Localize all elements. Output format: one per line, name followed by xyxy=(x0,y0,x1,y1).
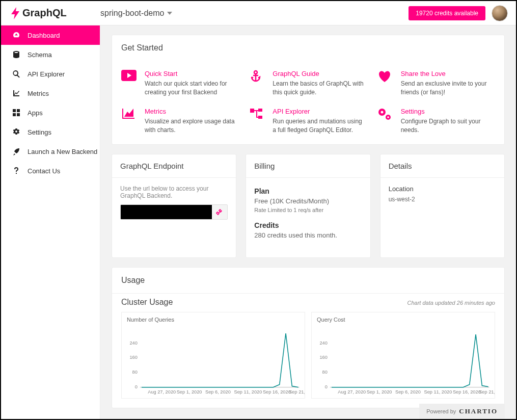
plan-note: Rate Limited to 1 req/s after xyxy=(254,207,362,213)
endpoint-copy-button[interactable] xyxy=(212,205,227,219)
gears-icon xyxy=(12,128,20,136)
sidebar-item-label: Schema xyxy=(28,51,52,59)
gs-guide[interactable]: GraphQL GuideLearn the basics of GraphQL… xyxy=(249,70,367,97)
svg-point-5 xyxy=(254,71,257,74)
chart-area-icon xyxy=(121,108,138,124)
main-content: Get Started Quick StartWatch our quick s… xyxy=(100,25,516,419)
gs-title: Metrics xyxy=(145,108,239,115)
credits-pill[interactable]: 19720 credits available xyxy=(409,6,485,20)
details-panel: Details Location us-west-2 xyxy=(380,154,505,258)
svg-text:240: 240 xyxy=(129,340,137,345)
endpoint-panel: GraphQL Endpoint Use the url below to ac… xyxy=(112,154,236,258)
brand-text: GraphQL xyxy=(22,7,67,19)
svg-text:0: 0 xyxy=(325,384,328,389)
sidebar-item-metrics[interactable]: Metrics xyxy=(1,84,100,103)
topbar: GraphQL spring-boot-demo 19720 credits a… xyxy=(1,1,516,25)
project-name: spring-boot-demo xyxy=(100,9,164,18)
project-switcher[interactable]: spring-boot-demo xyxy=(100,9,172,18)
gs-title: Quick Start xyxy=(145,70,239,77)
chart-line-icon xyxy=(12,89,20,97)
gauge-icon xyxy=(12,31,20,39)
sidebar-item-label: Launch a New Backend xyxy=(28,148,97,155)
endpoint-help: Use the url below to access your GraphQL… xyxy=(120,185,228,199)
sidebar-item-label: API Explorer xyxy=(28,70,65,78)
sidebar-item-label: Apps xyxy=(28,109,43,117)
svg-text:Sep 11, 2020: Sep 11, 2020 xyxy=(424,389,452,395)
chart-number-of-queries: Number of Queries 0 80 160 240 Aug 27, 2… xyxy=(121,312,305,399)
plan-value: Free (10K Credits/Month) xyxy=(254,197,362,205)
billing-panel: Billing Plan Free (10K Credits/Month) Ra… xyxy=(246,154,370,258)
location-value: us-west-2 xyxy=(389,196,496,203)
sidebar-item-launch[interactable]: Launch a New Backend xyxy=(1,142,100,161)
sidebar-item-schema[interactable]: Schema xyxy=(1,45,100,64)
credits-text: 19720 credits available xyxy=(416,10,478,17)
svg-text:Aug 27, 2020: Aug 27, 2020 xyxy=(338,389,366,395)
play-video-icon xyxy=(121,70,138,86)
plan-label: Plan xyxy=(254,187,362,195)
get-started-card: Get Started Quick StartWatch our quick s… xyxy=(112,35,505,145)
powered-by-brand: CHARTIO xyxy=(459,407,498,415)
sidebar: Dashboard Schema API Explorer Metrics Ap… xyxy=(1,25,100,419)
caret-down-icon xyxy=(167,12,172,15)
svg-text:Sep 1, 2020: Sep 1, 2020 xyxy=(367,389,392,395)
svg-text:160: 160 xyxy=(129,355,137,360)
location-label: Location xyxy=(389,185,496,193)
sidebar-item-settings[interactable]: Settings xyxy=(1,122,100,142)
diagram-icon xyxy=(249,108,265,124)
bolt-icon xyxy=(10,7,20,19)
svg-rect-6 xyxy=(250,109,254,113)
database-icon xyxy=(12,50,20,59)
chart-svg: 0 80 160 240 Aug 27, 2020 Sep 1, 2020 Se… xyxy=(122,312,305,401)
chart-svg: 0 80 160 240 Aug 27, 2020 Sep 1, 2020 Se… xyxy=(312,312,495,401)
svg-rect-2 xyxy=(13,113,16,116)
powered-by-badge[interactable]: Powered by CHARTIO xyxy=(419,404,505,419)
usage-title: Usage xyxy=(112,268,504,293)
heart-icon xyxy=(377,70,394,86)
endpoint-url-input[interactable] xyxy=(121,205,212,219)
svg-text:Sep 6, 2020: Sep 6, 2020 xyxy=(205,389,231,395)
avatar[interactable] xyxy=(492,5,508,21)
gs-desc: Run queries and mutations using a full f… xyxy=(273,117,367,135)
sidebar-item-dashboard[interactable]: Dashboard xyxy=(1,25,100,45)
credits-value: 280 credits used this month. xyxy=(254,231,362,239)
gs-title: API Explorer xyxy=(273,108,367,115)
gs-settings[interactable]: SettingsConfigure Dgraph to suit your ne… xyxy=(377,108,495,135)
gs-api-explorer[interactable]: API ExplorerRun queries and mutations us… xyxy=(249,108,367,135)
get-started-title: Get Started xyxy=(112,35,504,61)
sidebar-item-label: Contact Us xyxy=(28,167,60,175)
brand-logo[interactable]: GraphQL xyxy=(1,7,100,19)
gs-metrics[interactable]: MetricsVisualize and explore usage data … xyxy=(121,108,239,135)
gs-share[interactable]: Share the LoveSend an exclusive invite t… xyxy=(377,70,495,97)
sidebar-item-apps[interactable]: Apps xyxy=(1,103,100,122)
svg-rect-0 xyxy=(13,109,16,112)
gs-desc: Configure Dgraph to suit your needs. xyxy=(401,117,495,135)
svg-text:Sep 16, 2020: Sep 16, 2020 xyxy=(263,389,291,395)
chart-query-cost: Query Cost 0 80 160 240 Aug 27, 2020 xyxy=(311,312,495,399)
usage-card: Usage Cluster Usage Chart data updated 2… xyxy=(112,267,505,408)
svg-rect-3 xyxy=(17,113,20,116)
svg-rect-1 xyxy=(17,109,20,112)
sidebar-item-label: Settings xyxy=(28,128,51,136)
anchor-icon xyxy=(249,70,265,86)
cogs-icon xyxy=(377,108,394,124)
gs-desc: Send an exclusive invite to your friends… xyxy=(401,80,495,97)
credits-label: Credits xyxy=(254,221,362,229)
sidebar-item-label: Dashboard xyxy=(28,32,60,39)
svg-text:Aug 27, 2020: Aug 27, 2020 xyxy=(148,389,176,395)
svg-text:0: 0 xyxy=(135,384,138,389)
svg-text:Sep 6, 2020: Sep 6, 2020 xyxy=(395,389,421,395)
sidebar-item-label: Metrics xyxy=(28,90,49,97)
question-icon xyxy=(12,167,20,175)
svg-point-10 xyxy=(380,111,383,113)
endpoint-title: GraphQL Endpoint xyxy=(112,154,236,178)
gs-quick-start[interactable]: Quick StartWatch our quick start video f… xyxy=(121,70,239,97)
svg-rect-7 xyxy=(258,109,262,112)
link-icon xyxy=(216,208,223,216)
svg-text:Sep 21, 2020: Sep 21, 2020 xyxy=(479,389,495,395)
gs-title: GraphQL Guide xyxy=(273,70,367,77)
sidebar-item-api-explorer[interactable]: API Explorer xyxy=(1,64,100,84)
svg-point-12 xyxy=(387,116,389,118)
svg-text:80: 80 xyxy=(322,370,328,375)
gs-desc: Watch our quick start video for creating… xyxy=(145,80,239,97)
sidebar-item-contact[interactable]: Contact Us xyxy=(1,161,100,180)
